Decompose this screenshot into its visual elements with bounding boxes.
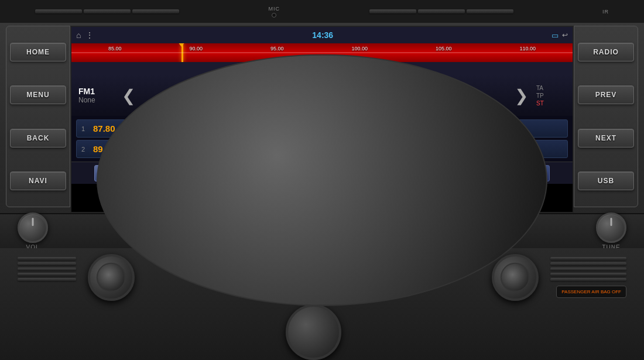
station-next-button[interactable]: ❯ [512, 86, 530, 105]
prev-button[interactable]: PREV [578, 85, 634, 104]
next-button[interactable]: NEXT [578, 129, 634, 148]
back-button[interactable]: BACK [10, 129, 66, 148]
station-sub: None [78, 96, 114, 104]
tune-knob-area: TUNE [596, 212, 626, 251]
top-vent: MIC IR [0, 0, 644, 23]
station-tags: TA TP ST [536, 85, 566, 107]
freq-scale-4: 100.00 [351, 46, 368, 52]
menu-button[interactable]: MENU [10, 85, 66, 104]
vol-knob[interactable] [18, 212, 48, 243]
home-button[interactable]: HOME [10, 43, 66, 61]
freq-bar-line [71, 52, 573, 53]
freq-scale-3: 95.00 [270, 46, 284, 52]
tune-knob[interactable] [596, 212, 626, 243]
left-vent-area [18, 254, 76, 281]
st-tag: ST [536, 100, 566, 107]
battery-icon: ▭ [551, 31, 559, 40]
right-climate-knob-area [492, 254, 539, 301]
freq-scale-6: 110.00 [519, 46, 536, 52]
vent-left [35, 9, 179, 13]
navi-button[interactable]: NAVI [10, 172, 66, 190]
screen-topbar: ⌂ ⋮ 14:36 ▭ ↩ [71, 27, 573, 43]
right-panel: RADIO PREV NEXT USB [574, 26, 638, 207]
freq-scale-5: 105.00 [436, 46, 452, 52]
mic-label: MIC [269, 6, 280, 12]
station-band: FM1 [78, 87, 114, 96]
left-climate-knob-area [88, 254, 135, 301]
airbag-warning: PASSENGER AIR BAG OFF [556, 286, 626, 298]
right-bottom-area: PASSENGER AIR BAG OFF [550, 254, 626, 298]
left-panel: HOME MENU BACK NAVI [6, 26, 70, 207]
preset-1-num: 1 [81, 125, 88, 132]
freq-scale-1: 85.00 [108, 46, 122, 52]
top-vent-slots [35, 9, 179, 13]
below-unit: ↺ - + [0, 248, 644, 360]
usb-button[interactable]: USB [578, 172, 634, 190]
home-icon[interactable]: ⌂ [76, 30, 81, 40]
station-info: FM1 None [78, 87, 114, 104]
freq-scale-2: 90.00 [189, 46, 203, 52]
menu-icon[interactable]: ⋮ [85, 30, 94, 40]
back-icon[interactable]: ↩ [562, 31, 568, 39]
right-climate-knob[interactable] [492, 254, 539, 301]
ta-tag: TA [536, 85, 566, 91]
preset-1-freq: 87.80 [93, 124, 115, 133]
topbar-right-icons: ▭ ↩ [551, 31, 568, 40]
preset-2-num: 2 [81, 146, 88, 153]
ir-label: IR [602, 9, 609, 15]
center-climate-knob[interactable] [286, 304, 341, 360]
clock-display: 14:36 [312, 30, 333, 40]
car-unit: MIC IR HOME MENU BACK NAVI ⌂ ⋮ [0, 0, 644, 360]
radio-button[interactable]: RADIO [578, 43, 634, 61]
topbar-left-icons: ⌂ ⋮ [76, 30, 94, 40]
left-climate-knob[interactable] [88, 254, 135, 301]
tp-tag: TP [536, 92, 566, 99]
center-controls: ↺ - + [146, 254, 480, 360]
right-vent-area [550, 254, 626, 281]
station-prev-button[interactable]: ❮ [119, 86, 138, 105]
top-vent-slots-right [369, 9, 513, 13]
vol-knob-area: VOL [18, 212, 48, 251]
